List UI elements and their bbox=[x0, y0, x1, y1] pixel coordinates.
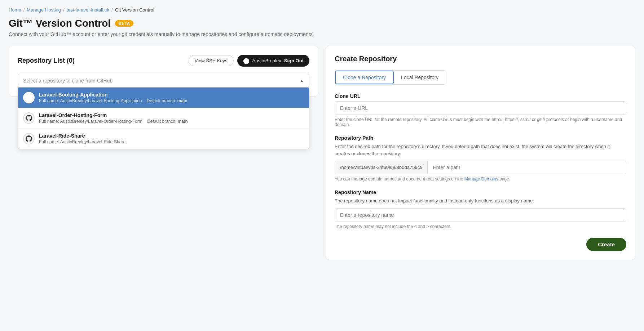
list-item[interactable]: Laravel-Booking-Application Full name: A… bbox=[18, 88, 309, 108]
avatar bbox=[23, 133, 35, 144]
clone-url-input[interactable] bbox=[335, 101, 626, 115]
create-button[interactable]: Create bbox=[586, 238, 626, 251]
dropdown-item-info: Laravel-Order-Hosting-Form Full name: Au… bbox=[39, 112, 188, 124]
create-repository-panel: Create Repository Clone a Repository Loc… bbox=[326, 46, 635, 260]
form-actions: Create bbox=[335, 238, 626, 251]
dropdown-item-info: Laravel-Booking-Application Full name: A… bbox=[39, 92, 188, 103]
repo-meta: Full name: AustinBrealey/Laravel-Order-H… bbox=[39, 119, 188, 124]
avatar bbox=[23, 112, 35, 124]
chevron-up-icon: ▲ bbox=[300, 78, 304, 83]
repo-name: Laravel-Booking-Application bbox=[39, 92, 188, 98]
github-signout-button[interactable]: ⬤ AustinBrealey Sign Out bbox=[237, 55, 309, 67]
path-prefix: /home/virtual/vps-24f60e/8/8b0da759cf/ bbox=[335, 161, 428, 174]
repository-list-panel: Repository List (0) View SSH Keys ⬤ Aust… bbox=[9, 46, 318, 97]
signout-label: Sign Out bbox=[284, 58, 304, 63]
repo-name-hint: The repository name may not include the … bbox=[335, 224, 626, 229]
breadcrumb-home[interactable]: Home bbox=[9, 7, 21, 13]
clone-url-desc: Enter the clone URL for the remote repos… bbox=[335, 117, 626, 127]
repo-path-desc: Enter the desired path for the repositor… bbox=[335, 143, 626, 157]
breadcrumb-domain[interactable]: test-laravel-install.uk bbox=[67, 7, 110, 13]
breadcrumb-current: Git Version Control bbox=[115, 7, 154, 13]
repo-meta: Full name: AustinBrealey/Laravel-Ride-Sh… bbox=[39, 139, 125, 144]
page-subtitle: Connect with your GitHub™ account or ent… bbox=[9, 31, 635, 37]
path-hint: You can manage domain names and document… bbox=[335, 176, 626, 182]
repo-name-desc: The repository name does not impact func… bbox=[335, 197, 626, 205]
dropdown-trigger[interactable]: Select a repository to clone from GitHub… bbox=[18, 74, 309, 88]
repo-meta: Full name: AustinBrealey/Laravel-Booking… bbox=[39, 98, 188, 103]
repo-name-label: Repository Name bbox=[335, 189, 626, 195]
clone-url-label: Clone URL bbox=[335, 93, 626, 99]
avatar bbox=[23, 92, 35, 103]
repo-list-title: Repository List (0) bbox=[18, 57, 75, 64]
repo-name-section: Repository Name The repository name does… bbox=[335, 189, 626, 229]
repo-path-label: Repository Path bbox=[335, 135, 626, 141]
repo-name: Laravel-Order-Hosting-Form bbox=[39, 112, 188, 118]
beta-badge: BETA bbox=[115, 20, 133, 27]
repo-name-input[interactable] bbox=[335, 208, 626, 222]
repository-dropdown[interactable]: Select a repository to clone from GitHub… bbox=[18, 74, 309, 88]
breadcrumb-manage-hosting[interactable]: Manage Hosting bbox=[27, 7, 61, 13]
list-item[interactable]: Laravel-Order-Hosting-Form Full name: Au… bbox=[18, 108, 309, 129]
manage-domains-link[interactable]: Manage Domains bbox=[464, 176, 498, 182]
dropdown-placeholder: Select a repository to clone from GitHub bbox=[23, 78, 113, 84]
page-title: Git™ Version Control bbox=[9, 18, 111, 29]
dropdown-list: Laravel-Booking-Application Full name: A… bbox=[18, 88, 309, 149]
list-item[interactable]: Laravel-Ride-Share Full name: AustinBrea… bbox=[18, 129, 309, 149]
repo-name: Laravel-Ride-Share bbox=[39, 133, 125, 139]
tab-row: Clone a Repository Local Repository bbox=[335, 70, 446, 85]
breadcrumb: Home / Manage Hosting / test-laravel-ins… bbox=[9, 7, 635, 13]
path-input[interactable] bbox=[428, 161, 626, 174]
tab-local-repository[interactable]: Local Repository bbox=[394, 71, 446, 84]
path-input-row: /home/virtual/vps-24f60e/8/8b0da759cf/ bbox=[335, 161, 626, 174]
clone-url-section: Clone URL Enter the clone URL for the re… bbox=[335, 93, 626, 127]
github-username: AustinBrealey bbox=[252, 58, 281, 63]
github-icon: ⬤ bbox=[243, 57, 250, 64]
tab-clone-repository[interactable]: Clone a Repository bbox=[335, 71, 394, 84]
create-repo-title: Create Repository bbox=[335, 55, 626, 63]
dropdown-item-info: Laravel-Ride-Share Full name: AustinBrea… bbox=[39, 133, 125, 144]
view-ssh-keys-button[interactable]: View SSH Keys bbox=[189, 55, 234, 66]
repo-path-section: Repository Path Enter the desired path f… bbox=[335, 135, 626, 182]
